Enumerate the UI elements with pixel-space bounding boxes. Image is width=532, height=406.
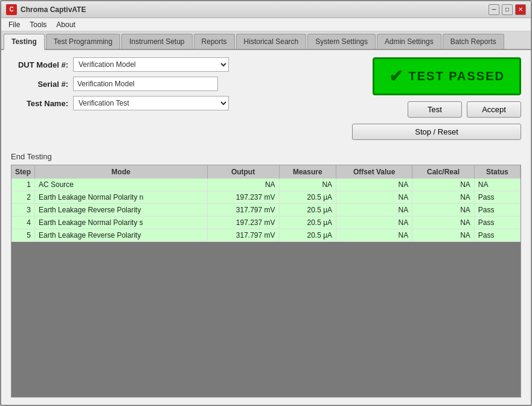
title-bar: C Chroma CaptivATE ─ □ ✕ bbox=[1, 1, 531, 18]
form-fields: DUT Model #: Verification Model Serial #… bbox=[11, 57, 340, 140]
minimize-button[interactable]: ─ bbox=[489, 4, 499, 15]
test-button[interactable]: Test bbox=[408, 101, 462, 118]
menu-about[interactable]: About bbox=[51, 19, 80, 30]
serial-input[interactable] bbox=[73, 77, 218, 91]
stop-reset-row: Stop / Reset bbox=[352, 124, 521, 140]
col-header-measure: Measure bbox=[279, 165, 336, 179]
table-row: 4Earth Leakage Normal Polarity s197.237 … bbox=[11, 217, 521, 229]
testname-row: Test Name: Verification Test bbox=[11, 96, 340, 110]
menu-bar: File Tools About bbox=[1, 18, 531, 31]
maximize-button[interactable]: □ bbox=[502, 4, 513, 15]
col-header-offset: Offset Value bbox=[336, 165, 412, 179]
test-passed-text: TEST PASSED bbox=[409, 69, 505, 83]
results-table: Step Mode Output Measure Offset Value Ca… bbox=[11, 165, 521, 242]
dut-model-select[interactable]: Verification Model bbox=[73, 57, 229, 72]
tab-reports[interactable]: Reports bbox=[194, 34, 235, 49]
section-label: End Testing bbox=[11, 152, 521, 161]
testname-select[interactable]: Verification Test bbox=[73, 96, 229, 110]
col-header-status: Status bbox=[474, 165, 520, 179]
tab-bar: Testing Test Programming Instrument Setu… bbox=[1, 31, 531, 50]
content-area: DUT Model #: Verification Model Serial #… bbox=[1, 50, 531, 405]
col-header-step: Step bbox=[11, 165, 35, 179]
dut-model-label: DUT Model #: bbox=[11, 60, 68, 69]
window-title: Chroma CaptivATE bbox=[21, 5, 489, 14]
tab-testing[interactable]: Testing bbox=[4, 34, 45, 50]
col-header-calc: Calc/Real bbox=[412, 165, 475, 179]
table-row: 5Earth Leakage Reverse Polarity317.797 m… bbox=[11, 229, 521, 242]
tab-system-settings[interactable]: System Settings bbox=[307, 34, 376, 49]
serial-row: Serial #: bbox=[11, 77, 340, 91]
test-passed-banner: ✔ TEST PASSED bbox=[373, 57, 521, 95]
table-row: 1AC SourceNANANANANA bbox=[11, 179, 521, 191]
dut-model-row: DUT Model #: Verification Model bbox=[11, 57, 340, 72]
tab-test-programming[interactable]: Test Programming bbox=[46, 34, 120, 49]
test-accept-row: Test Accept bbox=[408, 101, 521, 118]
table-header-row: Step Mode Output Measure Offset Value Ca… bbox=[11, 165, 521, 179]
window-controls: ─ □ ✕ bbox=[489, 4, 526, 15]
tab-batch-reports[interactable]: Batch Reports bbox=[443, 34, 504, 49]
stop-reset-button[interactable]: Stop / Reset bbox=[352, 124, 521, 140]
accept-button[interactable]: Accept bbox=[467, 101, 521, 118]
menu-file[interactable]: File bbox=[4, 19, 25, 30]
app-icon: C bbox=[6, 4, 17, 15]
table-row: 2Earth Leakage Normal Polarity n197.237 … bbox=[11, 191, 521, 204]
checkmark-icon: ✔ bbox=[389, 66, 403, 86]
tab-admin-settings[interactable]: Admin Settings bbox=[377, 34, 441, 49]
serial-label: Serial #: bbox=[11, 80, 68, 89]
tab-historical-search[interactable]: Historical Search bbox=[236, 34, 307, 49]
col-header-mode: Mode bbox=[35, 165, 208, 179]
col-header-output: Output bbox=[207, 165, 279, 179]
testname-label: Test Name: bbox=[11, 99, 68, 108]
tab-instrument-setup[interactable]: Instrument Setup bbox=[121, 34, 192, 49]
close-button[interactable]: ✕ bbox=[515, 4, 526, 15]
results-table-container: Step Mode Output Measure Offset Value Ca… bbox=[11, 165, 521, 398]
status-panel: ✔ TEST PASSED Test Accept Stop / Reset bbox=[352, 57, 521, 140]
menu-tools[interactable]: Tools bbox=[25, 19, 51, 30]
form-section: DUT Model #: Verification Model Serial #… bbox=[11, 57, 521, 140]
table-row: 3Earth Leakage Reverse Polarity317.797 m… bbox=[11, 204, 521, 217]
main-window: C Chroma CaptivATE ─ □ ✕ File Tools Abou… bbox=[0, 0, 532, 406]
